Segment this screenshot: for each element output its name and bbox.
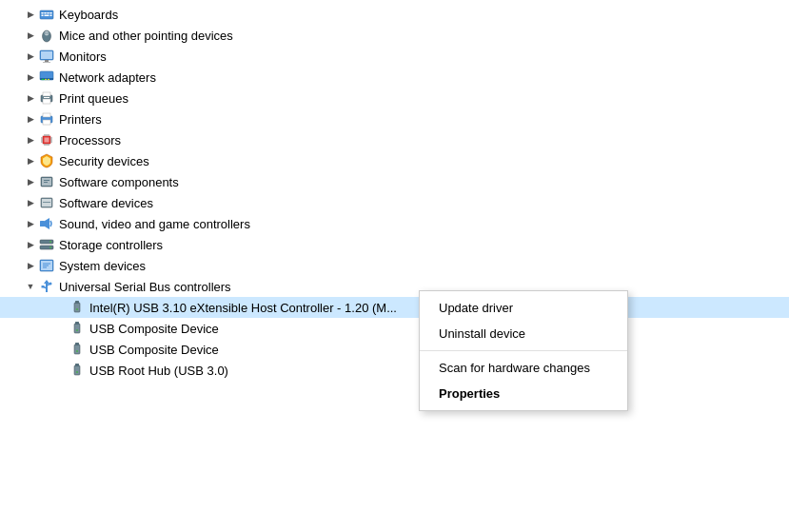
icon-keyboards [38,6,55,23]
svg-rect-2 [45,12,47,14]
icon-usb [38,278,55,295]
svg-rect-48 [40,221,45,227]
svg-point-76 [76,371,78,373]
svg-rect-74 [74,365,80,375]
svg-rect-65 [74,303,80,312]
tree-item-processors[interactable]: Processors [0,129,789,150]
svg-point-52 [49,241,51,243]
context-menu-item-scan-hardware[interactable]: Scan for hardware changes [420,355,627,381]
arrow-printers[interactable] [23,111,38,127]
svg-rect-71 [74,345,80,354]
icon-printqueues [38,89,55,107]
label-printqueues: Print queues [59,91,789,106]
svg-rect-6 [45,15,49,17]
icon-sound [38,215,55,232]
svg-rect-21 [43,92,50,96]
arrow-softdev[interactable] [23,195,38,210]
svg-rect-23 [44,97,49,98]
tree-item-storage[interactable]: Storage controllers [0,234,789,255]
label-storage: Storage controllers [59,238,789,252]
arrow-storage[interactable] [23,237,38,252]
svg-rect-12 [41,51,52,59]
icon-mice [38,27,55,44]
tree-item-sound[interactable]: Sound, video and game controllers [0,213,789,234]
label-sound: Sound, video and game controllers [59,217,789,231]
tree-item-sysdev[interactable]: System devices [0,255,789,276]
tree-item-network[interactable]: Network adapters [0,67,789,88]
svg-point-53 [49,246,51,248]
label-processors: Processors [59,133,789,148]
svg-rect-72 [75,343,79,345]
arrow-security[interactable] [23,153,38,168]
svg-rect-4 [50,12,52,14]
svg-rect-68 [74,324,80,333]
svg-rect-26 [43,120,50,125]
tree-item-usb-host[interactable]: Intel(R) USB 3.10 eXtensible Host Contro… [0,297,789,318]
svg-rect-66 [75,301,79,304]
svg-rect-25 [43,113,50,117]
label-printers: Printers [59,112,789,127]
svg-rect-75 [75,364,79,366]
tree-item-printers[interactable]: Printers [0,108,789,129]
icon-monitors [38,48,55,65]
arrow-softcomp[interactable] [23,174,38,189]
svg-point-18 [45,79,47,81]
label-softdev: Software devices [59,196,789,210]
arrow-sysdev[interactable] [23,258,38,273]
svg-point-62 [49,283,52,286]
svg-rect-47 [43,202,50,203]
label-network: Network adapters [59,70,789,85]
label-keyboards: Keyboards [59,8,789,22]
svg-rect-22 [43,99,50,104]
svg-point-73 [76,350,78,352]
arrow-printqueues[interactable] [23,90,38,106]
context-menu: Update driverUninstall deviceScan for ha… [419,290,628,411]
arrow-keyboards[interactable] [23,7,38,22]
icon-processors [38,131,55,148]
context-menu-item-uninstall-device[interactable]: Uninstall device [420,321,627,346]
icon-usb-host [69,299,86,316]
arrow-mice[interactable] [23,28,38,43]
svg-rect-69 [75,322,79,325]
icon-softdev [38,194,55,211]
arrow-sound[interactable] [23,216,38,231]
icon-network [38,69,55,86]
tree-item-security[interactable]: Security devices [0,150,789,171]
tree-item-printqueues[interactable]: Print queues [0,88,789,108]
svg-rect-14 [43,62,50,63]
label-sysdev: System devices [59,259,789,273]
context-menu-item-properties[interactable]: Properties [420,381,627,406]
svg-marker-60 [44,280,49,284]
icon-softcomp [38,173,55,190]
tree-item-softcomp[interactable]: Software components [0,171,789,192]
svg-rect-13 [45,60,49,62]
tree-item-usb-comp2[interactable]: USB Composite Device [0,339,789,360]
svg-point-19 [48,79,49,81]
svg-point-17 [42,79,44,81]
tree-item-usb[interactable]: Universal Serial Bus controllers [0,276,789,297]
tree-item-keyboards[interactable]: Keyboards [0,4,789,25]
tree-item-monitors[interactable]: Monitors [0,46,789,67]
device-manager-tree: KeyboardsMice and other pointing devices… [0,0,789,384]
label-security: Security devices [59,154,789,168]
icon-usb-root [69,362,86,379]
tree-item-mice[interactable]: Mice and other pointing devices [0,25,789,46]
tree-item-softdev[interactable]: Software devices [0,192,789,213]
icon-storage [38,236,55,253]
svg-rect-43 [44,180,49,181]
svg-marker-49 [45,218,49,229]
icon-security [38,152,55,169]
label-monitors: Monitors [59,49,789,64]
context-menu-item-update-driver[interactable]: Update driver [420,295,627,321]
tree-item-usb-root[interactable]: USB Root Hub (USB 3.0) [0,360,789,381]
svg-rect-16 [40,78,53,80]
arrow-usb[interactable] [23,279,38,294]
label-mice: Mice and other pointing devices [59,29,789,43]
arrow-processors[interactable] [23,132,38,148]
icon-usb-comp1 [69,320,86,337]
icon-sysdev [38,257,55,274]
svg-rect-7 [50,15,52,17]
arrow-monitors[interactable] [23,49,38,64]
tree-item-usb-comp1[interactable]: USB Composite Device [0,318,789,339]
arrow-network[interactable] [23,69,38,85]
